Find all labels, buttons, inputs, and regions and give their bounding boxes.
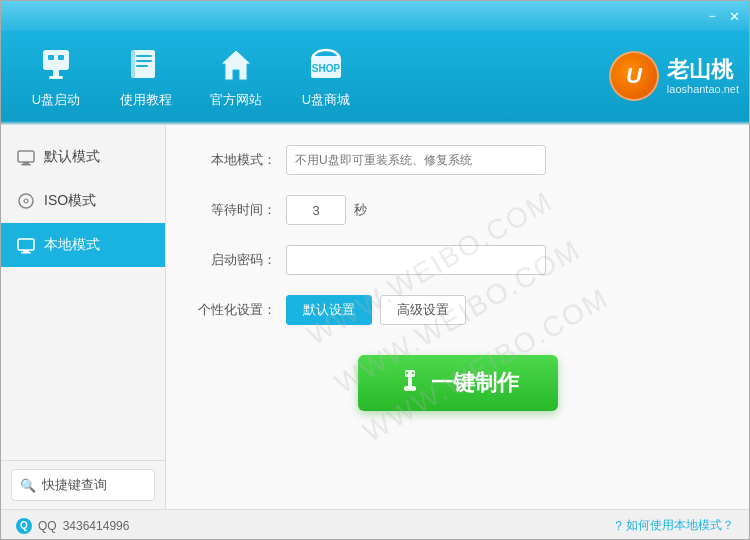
sidebar-label-local-mode: 本地模式 <box>44 236 100 254</box>
svg-rect-9 <box>131 50 135 78</box>
help-icon: ? <box>615 519 622 533</box>
search-icon: 🔍 <box>20 478 36 493</box>
advanced-settings-button[interactable]: 高级设置 <box>380 295 466 325</box>
header-logo: U 老山桃 laoshantao.net <box>609 51 739 101</box>
svg-rect-0 <box>43 50 69 70</box>
nav-item-shop[interactable]: SHOP U盘商城 <box>281 36 371 116</box>
wait-time-row: 等待时间： 秒 <box>196 195 719 225</box>
nav-item-usb-boot[interactable]: U盘启动 <box>11 36 101 116</box>
nav-label-official: 官方网站 <box>210 91 262 109</box>
status-bar: Q QQ 3436414996 ? 如何使用本地模式？ <box>1 509 749 540</box>
local-mode-input[interactable] <box>286 145 546 175</box>
right-panel: WWW.WEIBO.COM WWW.WEIBO.COM WWW.WEIBO.CO… <box>166 125 749 509</box>
svg-rect-20 <box>23 250 29 252</box>
status-qq: Q QQ 3436414996 <box>16 518 129 534</box>
logo-icon: U <box>609 51 659 101</box>
local-mode-icon <box>16 235 36 255</box>
make-button-label: 一键制作 <box>431 368 519 398</box>
svg-text:SHOP: SHOP <box>312 63 341 74</box>
svg-point-25 <box>405 371 407 373</box>
make-usb-icon <box>397 368 423 399</box>
sidebar-item-local-mode[interactable]: 本地模式 <box>1 223 165 267</box>
svg-rect-5 <box>133 50 155 78</box>
shop-icon: SHOP <box>305 44 347 86</box>
svg-rect-15 <box>23 162 29 164</box>
svg-point-17 <box>19 194 33 208</box>
quick-search-button[interactable]: 🔍 快捷键查询 <box>11 469 155 501</box>
quick-search-label: 快捷键查询 <box>42 476 107 494</box>
qq-number: 3436414996 <box>63 519 130 533</box>
svg-rect-2 <box>58 55 64 60</box>
logo-url: laoshantao.net <box>667 83 739 95</box>
nav-label-shop: U盘商城 <box>302 91 350 109</box>
boot-password-label: 启动密码： <box>196 251 276 269</box>
home-icon <box>215 44 257 86</box>
svg-rect-24 <box>404 386 416 391</box>
nav-label-usb-boot: U盘启动 <box>32 91 80 109</box>
personalize-row: 个性化设置： 默认设置 高级设置 <box>196 295 719 325</box>
personalize-btn-group: 默认设置 高级设置 <box>286 295 466 325</box>
sidebar-item-default-mode[interactable]: 默认模式 <box>1 135 165 179</box>
nav-item-official[interactable]: 官方网站 <box>191 36 281 116</box>
make-button[interactable]: 一键制作 <box>358 355 558 411</box>
minimize-button[interactable]: － <box>701 5 723 27</box>
usb-icon <box>35 44 77 86</box>
personalize-label: 个性化设置： <box>196 301 276 319</box>
header: U盘启动 使用教程 官方网站 <box>1 31 749 121</box>
svg-rect-8 <box>136 65 148 67</box>
wait-time-input[interactable] <box>286 195 346 225</box>
main-content: 默认模式 ISO模式 本地模式 🔍 <box>1 125 749 509</box>
sidebar-label-iso-mode: ISO模式 <box>44 192 96 210</box>
nav-bar: U盘启动 使用教程 官方网站 <box>11 36 371 116</box>
svg-rect-16 <box>21 164 31 166</box>
svg-rect-6 <box>136 55 152 57</box>
sidebar-label-default-mode: 默认模式 <box>44 148 100 166</box>
status-help[interactable]: ? 如何使用本地模式？ <box>615 517 734 534</box>
nav-item-tutorial[interactable]: 使用教程 <box>101 36 191 116</box>
close-button[interactable]: ✕ <box>723 5 745 27</box>
nav-label-tutorial: 使用教程 <box>120 91 172 109</box>
boot-password-input[interactable] <box>286 245 546 275</box>
sidebar: 默认模式 ISO模式 本地模式 🔍 <box>1 125 166 509</box>
svg-rect-14 <box>18 151 34 162</box>
svg-rect-1 <box>48 55 54 60</box>
sidebar-bottom: 🔍 快捷键查询 <box>1 460 165 509</box>
logo-name: 老山桃 <box>667 57 733 83</box>
svg-rect-7 <box>136 60 152 62</box>
svg-rect-4 <box>49 76 63 79</box>
svg-point-26 <box>411 371 413 373</box>
time-unit-label: 秒 <box>354 201 367 219</box>
help-text: 如何使用本地模式？ <box>626 517 734 534</box>
time-row: 秒 <box>286 195 367 225</box>
svg-rect-21 <box>21 252 31 254</box>
wait-time-label: 等待时间： <box>196 201 276 219</box>
local-mode-row: 本地模式： <box>196 145 719 175</box>
sidebar-item-iso-mode[interactable]: ISO模式 <box>1 179 165 223</box>
book-icon <box>125 44 167 86</box>
default-settings-button[interactable]: 默认设置 <box>286 295 372 325</box>
title-bar: － ✕ <box>1 1 749 31</box>
svg-rect-19 <box>18 239 34 250</box>
default-mode-icon <box>16 147 36 167</box>
logo-text: 老山桃 laoshantao.net <box>667 57 739 95</box>
iso-mode-icon <box>16 191 36 211</box>
make-button-wrapper: 一键制作 <box>196 355 719 411</box>
qq-icon: Q <box>16 518 32 534</box>
boot-password-row: 启动密码： <box>196 245 719 275</box>
qq-label: QQ <box>38 519 57 533</box>
svg-point-18 <box>24 199 28 203</box>
local-mode-label: 本地模式： <box>196 151 276 169</box>
